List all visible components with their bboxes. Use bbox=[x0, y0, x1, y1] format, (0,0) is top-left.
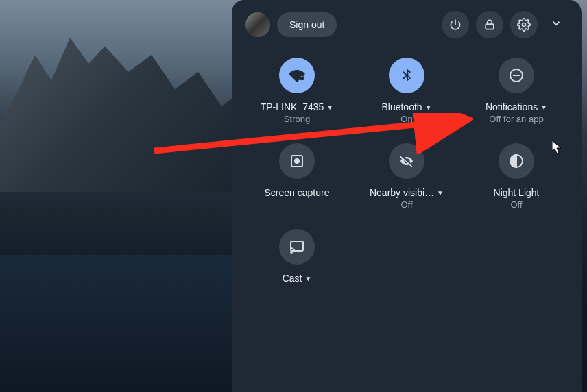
caret-icon: ▼ bbox=[304, 275, 311, 282]
night-light-sub: Off bbox=[510, 199, 522, 210]
screen-capture-label: Screen capture bbox=[265, 187, 330, 198]
settings-button[interactable] bbox=[510, 11, 538, 38]
nearby-sub: Off bbox=[400, 199, 412, 210]
svg-point-9 bbox=[291, 252, 292, 253]
caret-icon: ▼ bbox=[425, 103, 432, 111]
power-icon bbox=[448, 18, 462, 32]
chevron-down-icon bbox=[550, 17, 562, 29]
panel-header: Sign out bbox=[245, 11, 568, 38]
screen-capture-icon bbox=[289, 153, 305, 169]
bluetooth-label: Bluetooth▼ bbox=[381, 101, 431, 112]
bluetooth-sub: On bbox=[400, 114, 412, 124]
cast-toggle[interactable] bbox=[279, 229, 315, 265]
notifications-toggle[interactable] bbox=[499, 58, 534, 93]
svg-point-6 bbox=[295, 159, 299, 163]
caret-icon: ▼ bbox=[437, 189, 444, 197]
avatar[interactable] bbox=[245, 12, 270, 37]
nearby-label: Nearby visibi…▼ bbox=[370, 187, 444, 198]
cast-icon bbox=[289, 238, 305, 255]
caret-icon: ▼ bbox=[540, 103, 547, 111]
nearby-toggle[interactable] bbox=[389, 143, 424, 179]
svg-rect-2 bbox=[300, 77, 304, 80]
screen-capture-tile[interactable]: Screen capture bbox=[245, 143, 348, 210]
visibility-off-icon bbox=[398, 153, 415, 169]
bluetooth-toggle[interactable] bbox=[389, 58, 424, 93]
wifi-toggle[interactable] bbox=[279, 58, 315, 93]
wallpaper-water bbox=[0, 255, 233, 392]
svg-rect-0 bbox=[486, 24, 494, 29]
do-not-disturb-icon bbox=[508, 67, 525, 84]
notifications-label: Notifications▼ bbox=[486, 101, 547, 112]
wifi-icon bbox=[289, 67, 305, 84]
tiles-grid: TP-LINK_7435▼ Strong Bluetooth▼ On Notif… bbox=[245, 58, 568, 284]
caret-icon: ▼ bbox=[326, 103, 333, 111]
quick-settings-panel: Sign out TP-LINK_7435▼ Strong Bluetooth bbox=[232, 0, 582, 392]
notifications-tile[interactable]: Notifications▼ Off for an app bbox=[465, 58, 568, 124]
wifi-sub: Strong bbox=[284, 114, 310, 124]
svg-rect-8 bbox=[291, 241, 303, 251]
night-light-icon bbox=[508, 153, 525, 169]
night-light-tile[interactable]: Night Light Off bbox=[465, 143, 568, 210]
night-light-label: Night Light bbox=[494, 187, 540, 198]
screen-capture-toggle[interactable] bbox=[279, 143, 315, 179]
gear-icon bbox=[517, 18, 531, 32]
wifi-tile[interactable]: TP-LINK_7435▼ Strong bbox=[245, 58, 348, 124]
bluetooth-icon bbox=[398, 67, 415, 84]
nearby-tile[interactable]: Nearby visibi…▼ Off bbox=[355, 143, 458, 210]
wallpaper-mountain bbox=[0, 21, 233, 192]
sign-out-button[interactable]: Sign out bbox=[277, 12, 337, 37]
wifi-label: TP-LINK_7435▼ bbox=[261, 101, 334, 112]
bluetooth-tile[interactable]: Bluetooth▼ On bbox=[355, 58, 458, 124]
notifications-sub: Off for an app bbox=[489, 114, 543, 124]
cast-tile[interactable]: Cast▼ bbox=[245, 229, 348, 284]
power-button[interactable] bbox=[442, 11, 469, 38]
night-light-toggle[interactable] bbox=[499, 143, 534, 179]
collapse-button[interactable] bbox=[544, 12, 568, 38]
lock-icon bbox=[483, 18, 496, 32]
cast-label: Cast▼ bbox=[283, 273, 312, 284]
lock-button[interactable] bbox=[476, 11, 503, 38]
svg-point-1 bbox=[523, 23, 526, 27]
